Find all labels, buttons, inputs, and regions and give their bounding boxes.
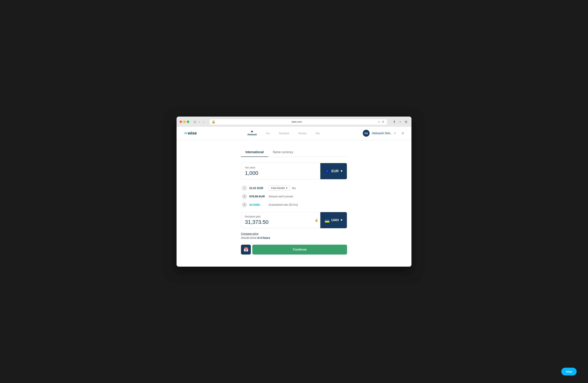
wise-logo[interactable]: ⇒ wise [184,131,197,136]
logo-text: wise [188,131,197,136]
steps-nav: Amount You Recipient Review Pay [204,131,363,136]
rate-down-icon: ↓ [260,204,261,206]
step-dot [251,131,253,132]
fee-breakdown: − 21.01 EUR Fast transfer ▾ fee = 978.99… [241,182,347,212]
step-pay: Pay [315,132,320,135]
tab-same-currency[interactable]: Same currency [268,148,298,157]
fee-amount-value: 21.01 EUR [249,186,266,190]
send-currency-chevron-icon: ▾ [341,169,342,173]
fee-row-transfer: − 21.01 EUR Fast transfer ▾ fee [241,184,347,192]
back-button[interactable]: ‹ [198,120,201,124]
equals-icon: = [242,194,247,199]
fee-label: fee [292,187,296,190]
close-button[interactable]: × [402,131,404,135]
user-avatar: OS [363,130,370,137]
share-button[interactable]: ⬆ [392,120,397,124]
grid-button[interactable]: ⊞ [404,120,408,124]
arrive-info: Should arrive in 5 hours [241,236,347,239]
you-send-input[interactable] [245,170,316,176]
user-name-display: Oleksandr Slob... [372,132,392,135]
step-pay-label: Pay [315,132,320,135]
fee-row-rate: × 32.0468 ↓ Guaranteed rate (30 hrs) [241,201,347,209]
you-send-input-row: You send ★ [241,163,347,179]
fast-transfer-label: Fast transfer [271,187,285,190]
main-content: International Same currency You send [237,140,351,262]
step-review: Review [298,132,307,135]
transfer-tabs: International Same currency [241,148,347,157]
close-traffic-light[interactable] [180,120,182,123]
fast-transfer-button[interactable]: Fast transfer ▾ [269,185,290,191]
minus-icon: − [242,185,247,191]
user-menu-chevron-icon: ▾ [394,132,396,134]
fast-transfer-chevron-icon: ▾ [286,187,287,190]
address-bar[interactable]: 🔒 wise.com ⊡ ↺ [209,119,387,125]
recipient-amount-value: 31,373.50 [245,219,311,225]
browser-actions: ⬆ + ⊞ [392,120,408,124]
reader-mode-icon: ⊡ [378,120,380,123]
tab-international[interactable]: International [241,148,268,157]
step-amount: Amount [247,131,257,136]
rate-number: 32.0468 [249,203,259,206]
step-you-label: You [266,132,270,135]
compare-price-link[interactable]: Compare price [241,232,347,235]
page-content: ⇒ wise Amount You Recipient Review [177,127,411,267]
step-you: You [266,132,270,135]
you-send-input-section: You send [241,163,320,179]
forward-button[interactable]: › [202,120,205,124]
svg-text:★: ★ [327,171,328,172]
calendar-icon: 📅 [243,247,249,252]
convert-label: Amount we'll convert [269,195,293,198]
recipient-input-row: Recipient gets 31,373.50 🔒 UAH ▾ [241,212,347,228]
eur-flag-icon: ★ [325,169,329,173]
step-amount-label: Amount [247,133,257,136]
multiply-icon: × [242,202,247,207]
browser-navigation: ⊡ ‹ › [193,120,205,124]
recipient-gets-label: Recipient gets [245,215,311,218]
you-send-label: You send [245,166,316,169]
arrive-text-prefix: Should arrive [241,236,257,239]
traffic-lights [180,120,189,123]
send-currency-button[interactable]: ★ EUR ▾ [320,163,347,179]
recipient-input-section: Recipient gets 31,373.50 [241,212,315,228]
sidebar-toggle-button[interactable]: ⊡ [193,120,197,124]
step-recipient: Recipient [279,132,289,135]
recipient-currency-button[interactable]: UAH ▾ [320,212,347,228]
calendar-button[interactable]: 📅 [241,245,251,254]
logo-icon: ⇒ [184,131,187,135]
recipient-gets-card: Recipient gets 31,373.50 🔒 UAH ▾ [241,212,347,229]
lock-icon: 🔒 [315,219,318,222]
reload-button[interactable]: ↺ [381,120,385,124]
step-recipient-label: Recipient [279,132,289,135]
nav-right: OS Oleksandr Slob... ▾ × [363,130,404,137]
new-tab-button[interactable]: + [398,120,402,124]
action-row: 📅 Continue [241,245,347,254]
step-review-label: Review [298,132,307,135]
arrive-highlight: in 5 hours [257,236,270,239]
convert-amount-value: 978.99 EUR [249,195,266,198]
minimize-traffic-light[interactable] [183,120,186,123]
rate-value: 32.0468 ↓ [249,203,266,206]
continue-button[interactable]: Continue [252,245,347,254]
maximize-traffic-light[interactable] [187,120,189,123]
you-send-card: You send ★ [241,163,347,179]
recipient-currency-code: UAH [331,218,339,222]
url-display: wise.com [216,120,377,123]
recipient-currency-chevron-icon: ▾ [341,218,342,222]
browser-window: ⊡ ‹ › 🔒 wise.com ⊡ ↺ ⬆ + ⊞ ⇒ wise [177,116,411,267]
help-button[interactable]: Help [561,368,577,375]
rate-label: Guaranteed rate (30 hrs) [269,203,298,206]
send-currency-code: EUR [331,169,338,173]
uah-flag-icon [325,218,329,223]
top-nav: ⇒ wise Amount You Recipient Review [177,127,411,140]
browser-titlebar: ⊡ ‹ › 🔒 wise.com ⊡ ↺ ⬆ + ⊞ [177,116,411,127]
fee-row-convert: = 978.99 EUR Amount we'll convert [241,192,347,201]
security-icon: 🔒 [211,120,215,124]
